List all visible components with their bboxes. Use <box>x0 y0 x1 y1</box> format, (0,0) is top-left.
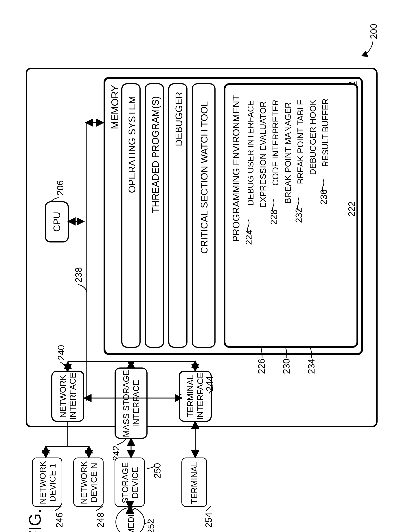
ref-230: 230 <box>281 359 292 374</box>
ref-238: 238 <box>73 267 84 282</box>
massif-label: MASS STORAGE INTERFACE <box>121 371 141 437</box>
memory-label: MEMORY <box>109 81 120 133</box>
ref-254: 254 <box>203 513 214 528</box>
ref-236: 236 <box>319 190 329 205</box>
ref-240: 240 <box>56 345 66 360</box>
termif-label: TERMINAL INTERFACE <box>185 373 205 419</box>
threaded-label: THREADED PROGRAM(S) <box>150 86 161 223</box>
ref-234: 234 <box>306 359 317 374</box>
codeint-label: CODE INTERPRETER <box>270 87 281 199</box>
ref-226: 226 <box>256 359 267 374</box>
os-label: OPERATING SYSTEM <box>126 86 137 203</box>
bpm-label: BREAK POINT MANAGER <box>283 87 293 219</box>
ref-248: 248 <box>95 513 106 528</box>
figure-label: FIG. 2 <box>26 509 63 532</box>
rbuf-label: RESULT BUFFER <box>320 87 330 178</box>
bpt-label: BREAK POINT TABLE <box>295 87 305 197</box>
netdev1-label: NETWORK DEVICE 1 <box>38 460 58 505</box>
exev-label: EXPRESSION EVALUATOR <box>258 87 268 222</box>
ref-206: 206 <box>55 180 65 196</box>
storage-label: STORAGE DEVICE <box>120 460 140 505</box>
ref-224: 224 <box>244 230 254 245</box>
ref-250: 250 <box>152 463 163 478</box>
dhook-label: DEBUGGER HOOK <box>308 87 318 188</box>
progenv-label: PROGRAMMING ENVIRONMENT <box>231 86 242 251</box>
ref-244: 244 <box>204 376 215 391</box>
netdevn-label: NETWORK DEVICE N <box>79 460 99 505</box>
dui-label: DEBUG USER INTERFACE <box>246 87 255 219</box>
terminal-label: TERMINAL <box>189 460 199 505</box>
csw-label: CRITICAL SECTION WATCH TOOL <box>199 86 210 269</box>
ref-222: 222 <box>347 201 357 216</box>
ref-252: 252 <box>146 519 156 532</box>
cpu-label: CPU <box>51 203 62 241</box>
netif-label: NETWORK INTERFACE <box>58 373 78 419</box>
debugger-label: DEBUGGER <box>173 86 184 152</box>
ref-232: 232 <box>294 208 304 223</box>
ref-228: 228 <box>269 209 279 225</box>
media-label: MEDIA <box>126 510 136 532</box>
ref-200: 200 <box>368 24 379 39</box>
